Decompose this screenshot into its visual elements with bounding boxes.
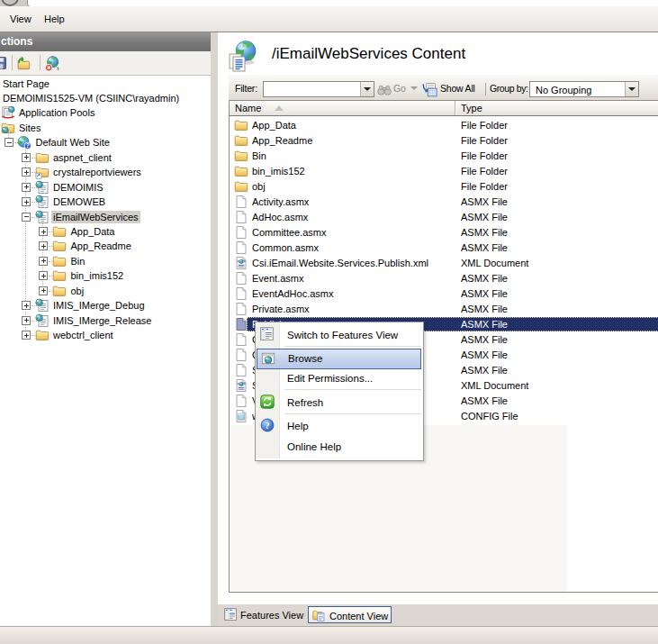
filter-input[interactable] [263, 81, 374, 97]
tree-expander-icon[interactable] [39, 286, 48, 295]
tree-item-demoweb[interactable]: DEMOWEB [0, 195, 211, 209]
tree-item-label[interactable]: Start Page [1, 77, 51, 90]
tree-expander-icon[interactable] [22, 301, 31, 310]
tree-expander-icon[interactable] [22, 213, 31, 222]
tree-item-imis-imerge-release[interactable]: IMIS_IMerge_Release [0, 313, 211, 328]
tree-item-label[interactable]: Default Web Site [34, 136, 112, 149]
file-name[interactable]: Activity.asmx [252, 196, 309, 208]
file-row-bin-imis152[interactable]: bin_imis152File Folder [230, 164, 658, 179]
file-name[interactable]: Csi.iEmail.Website.Services.Publish.xml [252, 258, 428, 269]
save-connections-icon[interactable] [0, 56, 7, 70]
file-row-committee-asmx[interactable]: Committee.asmxASMX File [230, 225, 658, 240]
file-name[interactable]: EventAdHoc.asmx [252, 288, 333, 300]
file-row-adhoc-asmx[interactable]: AdHoc.asmxASMX File [230, 210, 658, 225]
go-binoculars-icon[interactable] [376, 82, 392, 96]
tree-expander-icon[interactable] [22, 168, 31, 177]
tree-expander-icon[interactable] [22, 197, 31, 206]
tab-content-view[interactable]: Content View [308, 606, 392, 623]
tree-item-label[interactable]: webctrl_client [51, 329, 115, 341]
tree-item-label[interactable]: iEmailWebServices [51, 211, 140, 223]
tree-item-label[interactable]: bin_imis152 [69, 269, 126, 282]
tree-expander-icon[interactable] [39, 257, 48, 266]
group-by-dropdown-button[interactable] [625, 82, 638, 96]
tree-item-label[interactable]: IMIS_IMerge_Debug [51, 299, 147, 312]
tree-item-demoimis1525-vm-csiinc-rayadmin-[interactable]: DEMOIMIS1525-VM (CSIINC\rayadmin) [0, 91, 211, 105]
go-dropdown-arrow[interactable] [410, 86, 418, 90]
tree-expander-icon[interactable] [39, 241, 48, 250]
file-row-app-data[interactable]: App_DataFile Folder [230, 118, 658, 133]
column-divider[interactable] [455, 101, 456, 115]
tree-expander-icon[interactable] [39, 227, 48, 236]
file-name[interactable]: bin_imis152 [252, 166, 305, 177]
tree-item-label[interactable]: aspnet_client [51, 151, 113, 164]
menu-view[interactable]: View [6, 11, 35, 27]
file-name[interactable]: AdHoc.asmx [252, 212, 308, 223]
file-name[interactable]: Event.asmx [252, 273, 303, 285]
tree-item-iemailwebservices[interactable]: iEmailWebServices [0, 210, 211, 224]
tree-expander-icon[interactable] [5, 138, 14, 147]
tree-expander-icon[interactable] [22, 153, 31, 162]
file-row-bin[interactable]: BinFile Folder [230, 149, 658, 164]
tree-item-default-web-site[interactable]: ?Default Web Site [0, 135, 211, 150]
tree-item-label[interactable]: obj [69, 285, 86, 297]
file-row-obj[interactable]: objFile Folder [230, 179, 658, 195]
menu-help[interactable]: Help [41, 11, 68, 27]
tree-expander-icon[interactable] [22, 316, 31, 325]
tree-item-label[interactable]: Sites [17, 122, 42, 134]
tree-item-application-pools[interactable]: Application Pools [0, 105, 211, 120]
file-row-activity-asmx[interactable]: Activity.asmxASMX File [230, 195, 658, 210]
file-name[interactable]: Common.asmx [252, 242, 319, 254]
tree-item-label[interactable]: DEMOIMIS [51, 181, 105, 194]
tree-item-imis-imerge-debug[interactable]: IMIS_IMerge_Debug [0, 298, 211, 313]
group-by-select[interactable]: No Grouping [529, 81, 639, 97]
tree-item-label[interactable]: crystalreportviewers [51, 166, 143, 178]
menu-item-browse[interactable]: Browse [257, 349, 421, 369]
tree-item-sites[interactable]: Sites [0, 121, 211, 135]
tree-item-app-data[interactable]: App_Data [0, 224, 211, 239]
file-row-event-asmx[interactable]: Event.asmxASMX File [230, 271, 658, 286]
tree-item-label[interactable]: Bin [69, 255, 87, 268]
tree-item-webctrl-client[interactable]: webctrl_client [0, 328, 211, 342]
filter-dropdown-button[interactable] [360, 82, 374, 96]
file-row-private-asmx[interactable]: Private.asmxASMX File [230, 302, 658, 317]
tree-item-app-readme[interactable]: App_Readme [0, 239, 211, 253]
file-name[interactable]: obj [252, 181, 266, 193]
tree-item-obj[interactable]: obj [0, 284, 211, 298]
tree-item-label[interactable]: IMIS_IMerge_Release [51, 314, 153, 327]
file-name[interactable]: Bin [252, 150, 266, 162]
file-name[interactable]: Committee.asmx [252, 227, 327, 239]
tree-expander-icon[interactable] [22, 331, 31, 340]
tree-item-bin-imis152[interactable]: bin_imis152 [0, 268, 211, 283]
file-row-common-asmx[interactable]: Common.asmxASMX File [230, 240, 658, 256]
file-row-eventadhoc-asmx[interactable]: EventAdHoc.asmxASMX File [230, 286, 658, 302]
file-name[interactable]: App_Readme [252, 135, 312, 147]
file-row-app-readme[interactable]: App_ReadmeFile Folder [230, 133, 658, 149]
tree-item-aspnet-client[interactable]: aspnet_client [0, 150, 211, 165]
menu-item-edit-permissions-[interactable]: Edit Permissions... [257, 367, 421, 388]
tree-item-label[interactable]: App_Data [69, 225, 117, 238]
tab-features-view[interactable]: Features View [222, 606, 305, 623]
connect-folder-icon[interactable] [16, 56, 32, 71]
menu-item-help[interactable]: ?Help [257, 415, 421, 436]
back-button[interactable] [1, 0, 19, 6]
go-button[interactable]: Go [393, 80, 406, 96]
remove-connection-icon[interactable] [44, 55, 60, 71]
tree-item-start-page[interactable]: Start Page [0, 77, 211, 91]
file-row-csi-iemail-website-services-publish-xml[interactable]: <>Csi.iEmail.Website.Services.Publish.xm… [230, 256, 658, 271]
menu-item-online-help[interactable]: Online Help [257, 436, 421, 457]
menu-item-switch-to-features-view[interactable]: Switch to Features View [257, 324, 421, 345]
tree-expander-icon[interactable] [22, 183, 31, 192]
tree-item-label[interactable]: Application Pools [17, 106, 96, 119]
tree-item-label[interactable]: DEMOWEB [51, 195, 107, 208]
column-header-type[interactable]: Type [461, 102, 482, 114]
tree-item-label[interactable]: DEMOIMIS1525-VM (CSIINC\rayadmin) [1, 92, 181, 104]
file-name[interactable]: App_Data [252, 120, 296, 132]
file-name[interactable]: Private.asmx [252, 304, 310, 315]
tree-item-demoimis[interactable]: DEMOIMIS [0, 180, 211, 195]
menu-item-refresh[interactable]: Refresh [257, 392, 421, 413]
show-all-icon[interactable] [422, 82, 437, 96]
tree-item-crystalreportviewers[interactable]: crystalreportviewers [0, 165, 211, 179]
tree-expander-icon[interactable] [39, 271, 48, 280]
column-header-name[interactable]: Name [235, 102, 261, 114]
tree-item-label[interactable]: App_Readme [69, 240, 133, 252]
